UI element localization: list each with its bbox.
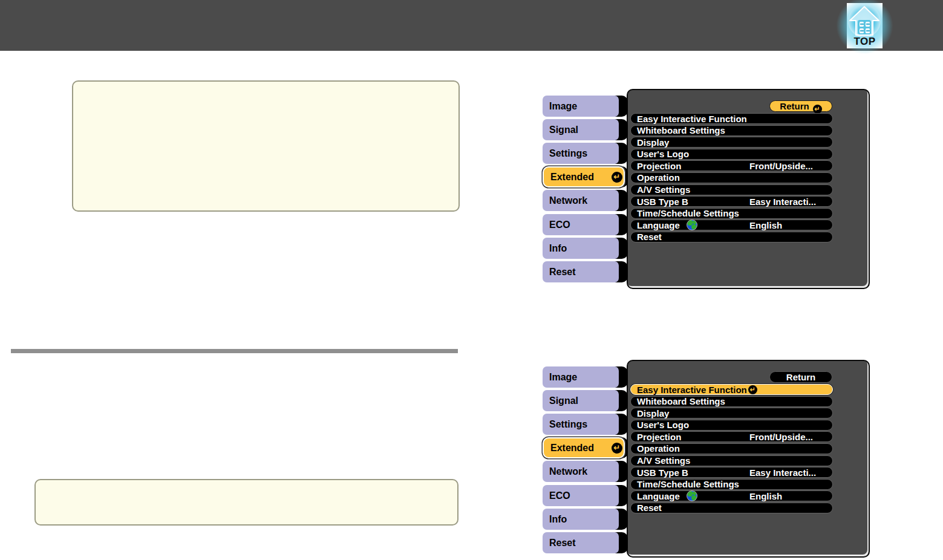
- return-button: Return: [769, 371, 832, 383]
- note-box-1: [72, 80, 460, 212]
- enter-icon: ↵: [612, 443, 622, 454]
- menu-label: Whiteboard Settings: [637, 397, 725, 406]
- menu-row: Reset: [630, 232, 833, 243]
- tab-label: Reset: [543, 532, 619, 553]
- menu-row: ProjectionFront/Upside...: [630, 431, 833, 442]
- menu-label: User's Logo: [637, 420, 689, 429]
- sidebar-tab-info: Info: [543, 238, 628, 259]
- sidebar-tab-eco: ECO: [543, 485, 628, 506]
- menu-label: Easy Interactive Function: [637, 114, 747, 123]
- top-label: TOP: [847, 36, 883, 48]
- enter-icon: ↵: [748, 385, 757, 394]
- return-label: Return: [780, 101, 809, 111]
- sidebar-tab-network: Network: [543, 190, 628, 211]
- menu-row: LanguageEnglish: [630, 490, 833, 501]
- sidebar-tab-image: Image: [543, 366, 628, 388]
- menu-row: LanguageEnglish: [630, 220, 833, 230]
- enter-icon: ↵: [612, 172, 622, 183]
- menu-row: USB Type BEasy Interacti...: [630, 196, 833, 207]
- tab-label: Image: [543, 366, 619, 388]
- menu-label: A/V Settings: [637, 185, 690, 194]
- menu-label: Projection: [637, 432, 681, 441]
- home-arrow-icon: [847, 3, 883, 38]
- tab-label: ECO: [543, 485, 619, 506]
- sidebar-tab-signal: Signal: [543, 119, 628, 140]
- menu-row: Operation: [630, 443, 833, 454]
- menu-label: Operation: [637, 444, 680, 453]
- tab-label: Image: [543, 96, 619, 117]
- menu-label: Projection: [637, 161, 681, 171]
- tab-label: Settings: [543, 414, 619, 435]
- menu-value: Easy Interacti...: [749, 467, 816, 478]
- menu-label: Time/Schedule Settings: [637, 480, 739, 489]
- note-box-2: [34, 479, 458, 526]
- sidebar-tab-eco: ECO: [543, 214, 628, 235]
- sidebar-tab-info: Info: [543, 509, 628, 530]
- tab-label: Settings: [543, 143, 619, 164]
- menu-value: English: [749, 220, 782, 230]
- menu-label: A/V Settings: [637, 456, 690, 465]
- osd-screenshot-extended-menu: Image Signal Settings Extended↵ Network …: [543, 89, 870, 289]
- menu-row: ProjectionFront/Upside...: [630, 160, 833, 171]
- menu-label: Language: [637, 492, 680, 501]
- sidebar-tab-settings: Settings: [543, 414, 628, 435]
- sidebar-tab-reset: Reset: [543, 261, 628, 282]
- tab-label: Info: [543, 509, 619, 530]
- tab-label: Info: [543, 238, 619, 259]
- tab-label: Reset: [543, 261, 619, 282]
- osd-screenshot-extended-menu-selected: Image Signal Settings Extended↵ Network …: [543, 360, 870, 558]
- menu-list: Easy Interactive Function Whiteboard Set…: [630, 113, 833, 244]
- menu-label: Easy Interactive Function: [637, 385, 747, 394]
- sidebar-tab-network: Network: [543, 461, 628, 482]
- menu-label: Reset: [637, 232, 662, 241]
- menu-label: Language: [637, 221, 680, 230]
- globe-icon: [687, 491, 697, 501]
- sidebar-tab-signal: Signal: [543, 390, 628, 411]
- menu-row: User's Logo: [630, 149, 833, 160]
- menu-value: Front/Upside...: [749, 161, 813, 171]
- menu-label: USB Type B: [637, 468, 688, 477]
- sidebar-tab-reset: Reset: [543, 532, 628, 553]
- menu-row: A/V Settings: [630, 455, 833, 466]
- menu-row: Operation: [630, 172, 833, 183]
- menu-list: Easy Interactive Function↵ Whiteboard Se…: [630, 384, 833, 515]
- return-button: Return↵: [769, 100, 832, 112]
- section-divider: [11, 349, 458, 353]
- menu-row: Whiteboard Settings: [630, 396, 833, 407]
- menu-row: Whiteboard Settings: [630, 125, 833, 136]
- menu-label: Display: [637, 138, 669, 147]
- menu-row: Time/Schedule Settings: [630, 208, 833, 219]
- menu-row: Time/Schedule Settings: [630, 479, 833, 490]
- tab-label: Signal: [543, 390, 619, 411]
- menu-label: Time/Schedule Settings: [637, 209, 739, 218]
- menu-value: Front/Upside...: [749, 432, 813, 442]
- sidebar-tab-image: Image: [543, 96, 628, 117]
- sidebar-tab-settings: Settings: [543, 143, 628, 164]
- menu-label: Whiteboard Settings: [637, 126, 725, 135]
- sidebar-tab-extended: Extended↵: [543, 166, 628, 187]
- menu-row: User's Logo: [630, 420, 833, 431]
- menu-label: Operation: [637, 173, 680, 182]
- manual-page: TOP Image Signal Settings Extended↵ Netw…: [0, 0, 943, 560]
- menu-row: Display: [630, 408, 833, 418]
- menu-value: English: [749, 491, 782, 501]
- tab-label: Network: [543, 461, 619, 482]
- tab-label: Signal: [543, 119, 619, 140]
- menu-row: Reset: [630, 503, 833, 513]
- menu-row-selected: Easy Interactive Function↵: [630, 384, 833, 395]
- sidebar-tab-extended: Extended↵: [543, 437, 628, 458]
- menu-label: Display: [637, 409, 669, 418]
- tab-label: ECO: [543, 214, 619, 235]
- menu-row: A/V Settings: [630, 184, 833, 195]
- menu-label: Reset: [637, 503, 662, 512]
- header-bar: TOP: [0, 0, 943, 51]
- enter-icon: ↵: [813, 105, 822, 114]
- tab-label: Network: [543, 190, 619, 211]
- return-label: Return: [786, 372, 815, 382]
- menu-label: USB Type B: [637, 197, 688, 206]
- top-link[interactable]: TOP: [847, 3, 883, 48]
- menu-label: User's Logo: [637, 149, 689, 158]
- menu-row: USB Type BEasy Interacti...: [630, 467, 833, 478]
- globe-icon: [687, 220, 697, 230]
- menu-value: Easy Interacti...: [749, 197, 816, 207]
